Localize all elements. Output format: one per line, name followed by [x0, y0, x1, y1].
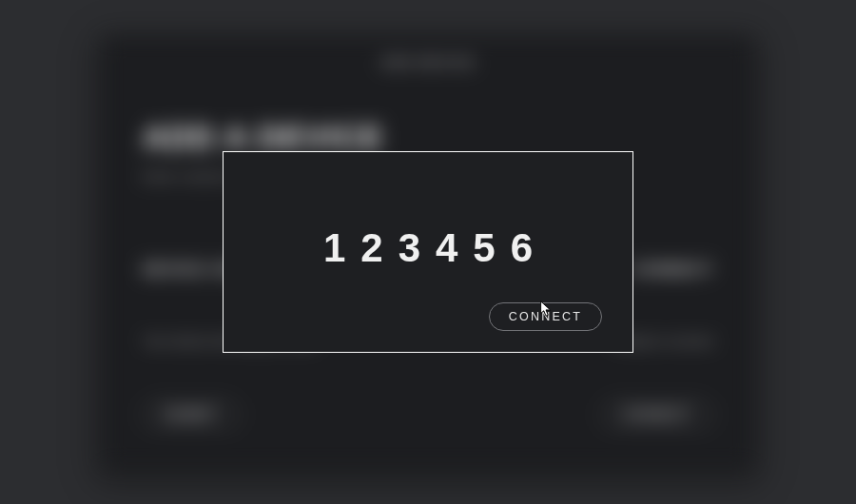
- bg-top-label: ADD DEVICE: [143, 55, 713, 69]
- cursor-icon: [539, 300, 553, 318]
- code-modal: 123456 CONNECT: [223, 151, 633, 353]
- pairing-code: 123456: [323, 225, 548, 271]
- bg-left-pill: SUBMIT: [143, 400, 240, 429]
- bg-right-pill: CONNECT: [601, 400, 713, 429]
